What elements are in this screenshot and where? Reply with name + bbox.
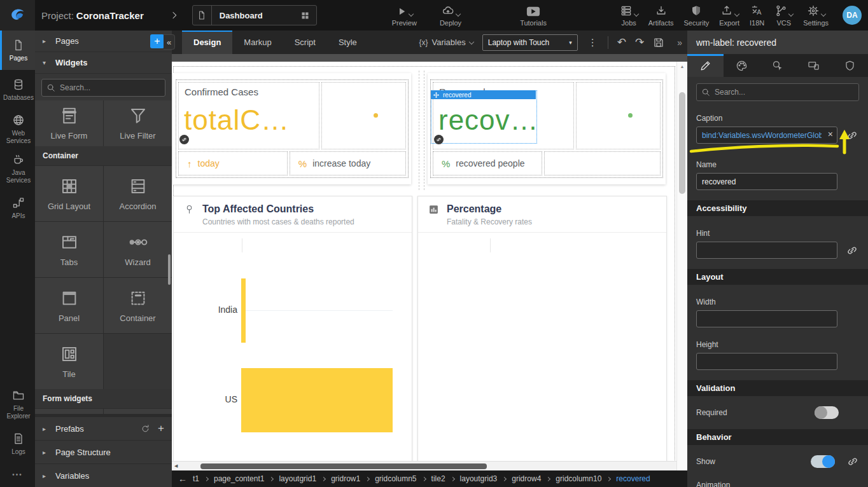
prefabs-section-header[interactable]: ▸ Prefabs + xyxy=(35,416,172,440)
breadcrumb-item-active[interactable]: recovered xyxy=(616,474,650,483)
page-structure-section-header[interactable]: ▸ Page Structure xyxy=(35,440,172,463)
hint-input[interactable] xyxy=(696,242,837,259)
widget-tile[interactable]: Tile xyxy=(35,334,103,389)
width-input[interactable] xyxy=(696,310,837,327)
expand-inspector-button[interactable]: » xyxy=(677,38,682,48)
pages-grid-button[interactable] xyxy=(295,11,316,20)
widget-live-filter[interactable]: Live Filter xyxy=(104,100,172,146)
clear-binding-icon[interactable]: × xyxy=(828,129,833,139)
tab-events[interactable] xyxy=(760,54,796,77)
vertical-scrollbar[interactable]: ▲ xyxy=(676,62,687,470)
scroll-left-icon[interactable]: ◀ xyxy=(174,463,178,469)
wavemaker-logo[interactable] xyxy=(0,0,35,31)
chevron-down-icon[interactable] xyxy=(455,11,460,16)
rail-item-file-explorer[interactable]: File Explorer xyxy=(0,385,35,424)
name-input[interactable] xyxy=(696,173,837,190)
refresh-icon[interactable] xyxy=(141,424,150,434)
bind-property-icon[interactable] xyxy=(846,455,859,468)
more-icon[interactable]: ••• xyxy=(0,463,35,487)
tab-markup[interactable]: Markup xyxy=(232,31,283,54)
widget-panel[interactable]: Panel xyxy=(35,278,103,333)
back-arrow-icon[interactable]: ← xyxy=(178,474,187,484)
selection-tag[interactable]: recovered xyxy=(431,90,536,99)
rail-item-web-services[interactable]: Web Services xyxy=(0,109,35,149)
breadcrumb-item[interactable]: page_content1 xyxy=(214,474,264,483)
confirmed-today-cell[interactable]: ↑ today xyxy=(178,151,288,175)
horizontal-scroll-handle[interactable] xyxy=(200,463,487,469)
collapse-left-panel-button[interactable]: « xyxy=(164,34,175,50)
recovered-blank-cell[interactable] xyxy=(544,151,661,175)
widget-tabs[interactable]: Tabs xyxy=(35,222,103,277)
horizontal-scrollbar[interactable]: ◀ xyxy=(172,461,676,470)
save-button[interactable] xyxy=(653,37,664,48)
breadcrumb-item[interactable]: tile2 xyxy=(431,474,445,483)
tab-devices[interactable] xyxy=(795,54,832,77)
kebab-menu[interactable]: ⋮ xyxy=(587,37,599,48)
breadcrumb-item[interactable]: gridcolumn5 xyxy=(375,474,416,483)
deploy-button[interactable]: Deploy xyxy=(440,4,461,27)
bind-property-icon[interactable] xyxy=(846,244,858,257)
property-search-input[interactable] xyxy=(696,83,859,101)
rail-item-pages[interactable]: Pages xyxy=(0,31,35,70)
chevron-down-icon[interactable] xyxy=(633,11,638,16)
widget-accordion[interactable]: Accordion xyxy=(104,166,172,221)
tab-design[interactable]: Design xyxy=(182,31,232,54)
confirmed-cases-tile[interactable]: Confirmed Cases totalC… ↑ xyxy=(173,73,411,184)
jobs-button[interactable]: Jobs xyxy=(620,4,638,27)
chevron-down-icon[interactable] xyxy=(734,11,739,16)
bar-india[interactable] xyxy=(241,278,246,343)
i18n-button[interactable]: A I18N xyxy=(750,4,764,27)
add-prefab-button[interactable]: + xyxy=(158,422,164,435)
recovered-tile[interactable]: Recovered recov… % xyxy=(428,73,666,184)
rail-item-java-services[interactable]: Java Services xyxy=(0,149,35,188)
required-toggle[interactable] xyxy=(815,406,839,419)
chevron-down-icon[interactable] xyxy=(788,11,794,16)
breadcrumb-item[interactable]: gridcolumn10 xyxy=(556,474,601,483)
redo-button[interactable]: ↷ xyxy=(635,37,644,48)
add-page-button[interactable]: + xyxy=(150,34,164,48)
tutorials-button[interactable]: Tutorials xyxy=(520,4,547,27)
variables-section-header[interactable]: ▸ Variables xyxy=(35,463,172,487)
bind-property-icon[interactable] xyxy=(846,129,858,142)
breadcrumb-item[interactable]: layoutgrid3 xyxy=(460,474,498,483)
percentage-panel[interactable]: Percentage Fatality & Recovery rates xyxy=(417,196,667,470)
preview-button[interactable]: Preview xyxy=(392,4,417,27)
vertical-scroll-handle[interactable] xyxy=(679,92,685,194)
tab-script[interactable]: Script xyxy=(283,31,327,54)
widget-grid-layout[interactable]: Grid Layout xyxy=(35,166,103,221)
artifacts-button[interactable]: Artifacts xyxy=(648,4,674,27)
tab-styles[interactable] xyxy=(724,54,760,77)
breadcrumb-item[interactable]: layoutgrid1 xyxy=(279,474,316,483)
design-canvas[interactable]: Confirmed Cases totalC… ↑ xyxy=(172,62,676,470)
bar-us[interactable] xyxy=(241,368,393,432)
bind-badge[interactable] xyxy=(434,135,444,144)
breadcrumb-item[interactable]: gridrow1 xyxy=(331,474,360,483)
chevron-down-icon[interactable] xyxy=(820,11,825,16)
vcs-button[interactable]: VCS xyxy=(774,4,793,27)
rail-item-databases[interactable]: Databases xyxy=(0,70,35,109)
height-input[interactable] xyxy=(696,353,837,370)
panel-scrollbar[interactable] xyxy=(168,254,171,285)
confirmed-label-cell[interactable]: Confirmed Cases totalC… xyxy=(178,82,319,149)
scroll-up-icon[interactable]: ▲ xyxy=(677,64,687,69)
page-tab-dashboard[interactable]: Dashboard xyxy=(192,5,317,25)
widget-search-input[interactable] xyxy=(41,79,165,97)
widget-container[interactable]: Container xyxy=(104,278,172,333)
recovered-empty-cell[interactable] xyxy=(576,82,661,149)
widgets-section-header[interactable]: ▾ Widgets xyxy=(35,52,172,74)
tab-style[interactable]: Style xyxy=(327,31,368,54)
bind-badge[interactable] xyxy=(179,135,189,144)
rail-item-logs[interactable]: Logs xyxy=(0,424,35,463)
breadcrumb-item[interactable]: gridrow4 xyxy=(512,474,541,483)
tab-properties[interactable] xyxy=(687,54,724,77)
recovered-people-cell[interactable]: % recovered people xyxy=(433,151,542,175)
variables-dropdown[interactable]: {x} Variables xyxy=(419,38,473,47)
widget-wizard[interactable]: Wizard xyxy=(104,222,172,277)
export-button[interactable]: Export xyxy=(719,4,739,27)
breadcrumb-item[interactable]: t1 xyxy=(193,474,199,483)
show-toggle[interactable] xyxy=(811,455,835,468)
widget-live-form[interactable]: Live Form xyxy=(35,100,103,146)
confirmed-value-label[interactable]: totalC… xyxy=(184,104,290,136)
chevron-down-icon[interactable] xyxy=(409,11,414,16)
device-selector[interactable]: Laptop with Touch ▾ xyxy=(482,34,578,51)
